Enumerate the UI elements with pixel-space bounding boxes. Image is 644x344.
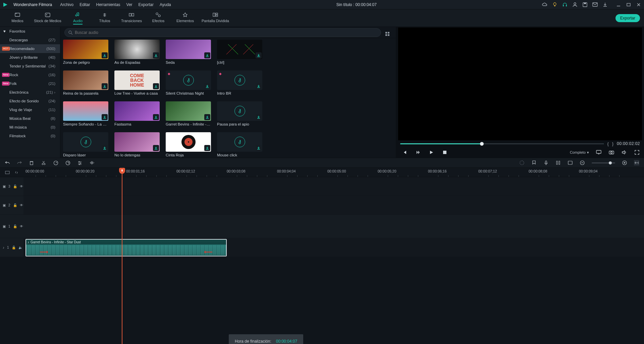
- download-icon[interactable]: [602, 2, 608, 7]
- zoom-in-icon[interactable]: [622, 160, 627, 165]
- preview-canvas[interactable]: [398, 28, 642, 140]
- fullscreen-icon[interactable]: [634, 149, 640, 155]
- audio-category-rock[interactable]: NewRock(16): [0, 70, 60, 79]
- asset-thumbnail[interactable]: ◆: [217, 70, 262, 90]
- audio-asset[interactable]: Fastasma: [114, 101, 160, 126]
- media-tab-audio[interactable]: Audio: [64, 12, 91, 24]
- media-track-icon[interactable]: [5, 170, 10, 175]
- menu-ver[interactable]: Ver: [126, 2, 132, 7]
- audio-asset[interactable]: As de Espadas: [114, 40, 160, 64]
- mark-out-icon[interactable]: }: [612, 141, 613, 146]
- asset-thumbnail[interactable]: [166, 40, 211, 59]
- marker-icon[interactable]: [531, 160, 537, 165]
- audio-category-efecto-de-sonido[interactable]: Efecto de Sonido(24): [0, 97, 60, 105]
- lock-icon[interactable]: 🔓: [13, 185, 17, 188]
- audio-asset[interactable]: Disparo láser: [63, 132, 108, 157]
- lock-icon[interactable]: 🔓: [13, 225, 17, 228]
- audio-category-favoritos[interactable]: ♥Favoritos: [0, 27, 60, 36]
- asset-thumbnail[interactable]: ◆: [166, 70, 211, 90]
- redo-icon[interactable]: [17, 160, 22, 165]
- download-asset-icon[interactable]: [204, 145, 210, 151]
- video-track-2[interactable]: ▣2🔓👁: [0, 196, 644, 215]
- menu-editar[interactable]: Editar: [79, 2, 90, 7]
- mark-in-icon[interactable]: {: [607, 141, 608, 146]
- display-icon[interactable]: [596, 149, 602, 155]
- download-asset-icon[interactable]: [102, 145, 108, 151]
- audio-category-filmstock[interactable]: Filmstock(0): [0, 132, 60, 140]
- voiceover-icon[interactable]: [543, 160, 549, 165]
- timeline-playhead[interactable]: [122, 168, 122, 344]
- mail-icon[interactable]: [592, 2, 598, 7]
- audio-category-j-ven-y-brillante[interactable]: Jóven y Brillante(40): [0, 53, 60, 62]
- headphones-icon[interactable]: [562, 2, 568, 7]
- asset-thumbnail[interactable]: [166, 101, 211, 121]
- play-icon[interactable]: [428, 149, 434, 155]
- audio-asset[interactable]: Seda: [166, 40, 211, 64]
- menu-ayuda[interactable]: Ayuda: [160, 2, 171, 7]
- media-tab-stock-de-medios[interactable]: Stock de Medios: [31, 12, 64, 24]
- asset-thumbnail[interactable]: [217, 101, 262, 121]
- asset-thumbnail[interactable]: [114, 101, 160, 121]
- audio-category-m-sica-beat[interactable]: Música Beat(8): [0, 114, 60, 123]
- step-back-icon[interactable]: [401, 149, 408, 155]
- maximize-icon[interactable]: [626, 2, 631, 7]
- mute-icon[interactable]: 🔈: [18, 246, 22, 249]
- minimize-icon[interactable]: [616, 2, 621, 7]
- audio-category-descargas[interactable]: Descargas(27): [0, 36, 60, 44]
- preview-scrubber[interactable]: [400, 143, 604, 144]
- link-icon[interactable]: [14, 170, 19, 175]
- download-asset-icon[interactable]: [153, 114, 159, 120]
- audio-wave-icon[interactable]: [89, 160, 95, 165]
- download-asset-icon[interactable]: [204, 114, 210, 120]
- stop-icon[interactable]: [442, 149, 448, 155]
- audio-search-input[interactable]: [75, 30, 377, 35]
- lock-icon[interactable]: 🔓: [12, 246, 16, 249]
- asset-thumbnail[interactable]: [63, 40, 108, 59]
- close-icon[interactable]: [636, 2, 641, 7]
- settings-sliders-icon[interactable]: [77, 160, 83, 165]
- video-track-1[interactable]: ▣1🔓👁: [0, 215, 644, 238]
- idea-icon[interactable]: [552, 2, 557, 7]
- audio-asset[interactable]: ◆Intro BR: [217, 70, 262, 95]
- menu-herramientas[interactable]: Herramientas: [96, 2, 120, 7]
- download-asset-icon[interactable]: [102, 114, 108, 120]
- volume-icon[interactable]: [621, 149, 627, 155]
- timeline-zoom-slider[interactable]: [592, 162, 615, 163]
- download-asset-icon[interactable]: [256, 83, 262, 89]
- audio-category-mi-m-sica[interactable]: Mi música(0): [0, 123, 60, 132]
- undo-icon[interactable]: [5, 160, 10, 165]
- audio-asset[interactable]: ◆Silent Christmas Night: [166, 70, 211, 95]
- audio-asset[interactable]: [ctrl]: [217, 40, 262, 64]
- lock-icon[interactable]: 🔓: [13, 203, 17, 207]
- cloud-icon[interactable]: [542, 2, 547, 7]
- menu-archivo[interactable]: Archivo: [60, 2, 73, 7]
- audio-category-folk[interactable]: NewFolk(21): [0, 79, 60, 88]
- audio-asset[interactable]: Garret Bevins - Infinite -…: [166, 101, 211, 126]
- media-tab-efectos[interactable]: Efectos: [145, 12, 172, 24]
- asset-thumbnail[interactable]: [63, 70, 108, 90]
- download-asset-icon[interactable]: [256, 52, 262, 58]
- audio-asset[interactable]: Mouse click: [217, 132, 262, 157]
- render-icon[interactable]: [519, 160, 525, 165]
- download-asset-icon[interactable]: [102, 52, 108, 58]
- download-asset-icon[interactable]: [153, 145, 159, 151]
- snapframe-icon[interactable]: [568, 160, 573, 165]
- asset-thumbnail[interactable]: [114, 40, 160, 59]
- video-track-3[interactable]: ▣3🔓👁: [0, 177, 644, 196]
- audio-asset[interactable]: Siempre Soñando - La …: [63, 101, 108, 126]
- save-icon[interactable]: [582, 2, 588, 7]
- asset-thumbnail[interactable]: [217, 132, 262, 152]
- user-icon[interactable]: [572, 2, 578, 7]
- timeline-ruler[interactable]: 00:00:00:0000:00:00:2000:00:01;1600:00:0…: [0, 168, 644, 177]
- grid-view-icon[interactable]: [385, 32, 390, 36]
- play-pause-icon[interactable]: [415, 149, 421, 155]
- audio-search-box[interactable]: [64, 28, 381, 37]
- crop-icon[interactable]: [65, 160, 70, 165]
- media-tab-medios[interactable]: Medios: [4, 12, 31, 24]
- asset-thumbnail[interactable]: [217, 40, 262, 59]
- media-tab-elementos[interactable]: Elementos: [172, 12, 199, 24]
- visible-icon[interactable]: 👁: [20, 225, 23, 228]
- asset-thumbnail[interactable]: [63, 132, 108, 152]
- download-asset-icon[interactable]: [102, 83, 108, 89]
- audio-asset[interactable]: Zona de peligro: [63, 40, 108, 64]
